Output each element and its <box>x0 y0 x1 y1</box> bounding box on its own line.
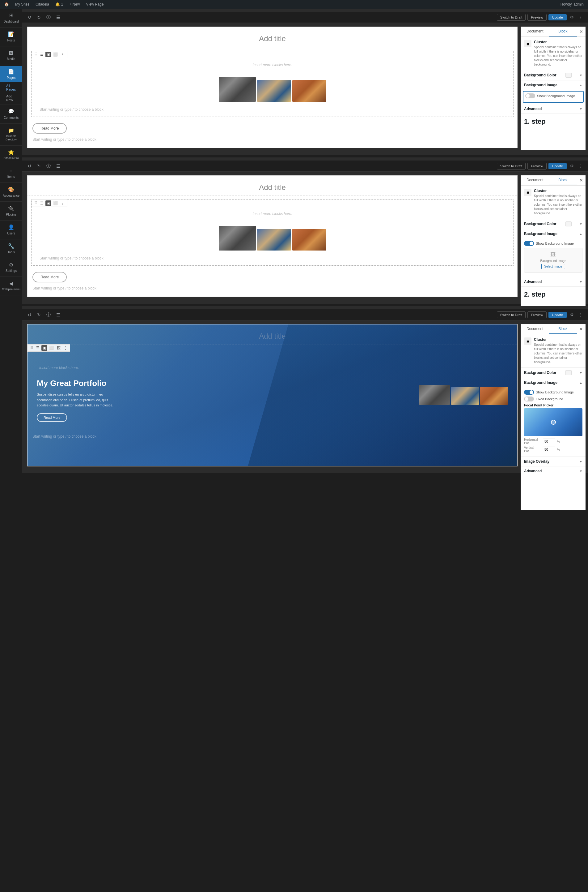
panel-close-2[interactable]: ✕ <box>577 175 585 185</box>
view-page-link[interactable]: View Page <box>84 2 105 7</box>
list-view-btn-3[interactable]: ☰ <box>54 311 62 319</box>
settings-gear-btn-3[interactable]: ⚙ <box>568 311 575 318</box>
drag-btn-3[interactable]: ⠿ <box>29 345 34 351</box>
sidebar-item-tools[interactable]: 🔧 Tools <box>0 241 22 257</box>
preview-btn-1[interactable]: Preview <box>528 14 546 21</box>
block-container-2[interactable]: ⠿ ☰ ▣ ⬜ ⋮ Insert more blocks here. <box>31 200 513 266</box>
switch-draft-btn-3[interactable]: Switch to Draft <box>497 311 526 318</box>
sidebar-item-citadela-directory[interactable]: 📁 Citadela Directory <box>0 125 22 144</box>
sidebar-item-settings[interactable]: ⚙ Settings <box>0 260 22 275</box>
bg-image-picker-2[interactable]: 🖼 Background Image Select Image <box>524 248 582 272</box>
site-name-link[interactable]: Citadela <box>34 2 51 7</box>
sidebar-item-collapse[interactable]: ◀ Collapse menu <box>0 278 22 293</box>
list-btn-1[interactable]: ☰ <box>39 52 45 57</box>
block-container-1[interactable]: ⠿ ☰ ▣ ⬜ ⋮ Insert more blocks here. <box>31 51 513 117</box>
my-sites-link[interactable]: My Sites <box>13 2 31 7</box>
read-more-btn-1[interactable]: Read More <box>33 123 67 134</box>
color-preview-3[interactable] <box>566 370 572 375</box>
select-image-btn-2[interactable]: Select Image <box>542 264 565 269</box>
info-btn-2[interactable]: ⓘ <box>45 162 52 170</box>
bg-color-header-3[interactable]: Background Color ▼ <box>521 368 585 378</box>
sidebar-item-plugins[interactable]: 🔌 Plugins <box>0 203 22 219</box>
panel-tab-block-2[interactable]: Block <box>549 175 577 185</box>
info-btn-1[interactable]: ⓘ <box>45 13 52 21</box>
list-view-btn-2[interactable]: ☰ <box>54 162 62 170</box>
wp-logo[interactable]: 🏠 <box>3 2 11 7</box>
switch-draft-btn-1[interactable]: Switch to Draft <box>497 14 526 21</box>
update-btn-2[interactable]: Update <box>549 163 567 169</box>
sidebar-subitem-all-pages[interactable]: All Pages <box>0 82 22 93</box>
vertical-pos-input-3[interactable] <box>543 447 555 452</box>
sidebar-item-items[interactable]: ≡ Items <box>0 165 22 182</box>
align-btn-2[interactable]: ⬜ <box>52 200 59 206</box>
sidebar-item-appearance[interactable]: 🎨 Appearance <box>0 184 22 200</box>
cluster-btn-3[interactable]: ▣ <box>41 345 47 351</box>
fixed-bg-toggle-3[interactable] <box>524 397 534 402</box>
panel-close-3[interactable]: ✕ <box>577 324 585 334</box>
more-options-btn-2[interactable]: ⋮ <box>577 162 584 170</box>
update-btn-3[interactable]: Update <box>549 312 567 318</box>
more-btn-1[interactable]: ⋮ <box>60 52 66 57</box>
undo-btn-3[interactable]: ↺ <box>26 311 33 319</box>
sidebar-item-dashboard[interactable]: ⊞ Dashboard <box>0 10 22 26</box>
focal-point-dot-3[interactable] <box>551 420 556 425</box>
focal-point-preview-3[interactable] <box>524 408 582 436</box>
preview-btn-3[interactable]: Preview <box>528 311 546 318</box>
preview-btn-2[interactable]: Preview <box>528 163 546 170</box>
switch-draft-btn-2[interactable]: Switch to Draft <box>497 163 526 170</box>
more-btn-2[interactable]: ⋮ <box>60 200 66 206</box>
show-bg-toggle-2[interactable] <box>524 241 534 246</box>
panel-tab-document-3[interactable]: Document <box>521 324 549 334</box>
panel-tab-block-1[interactable]: Block <box>549 27 577 36</box>
cluster-btn-2[interactable]: ▣ <box>45 200 51 206</box>
show-bg-toggle-1[interactable] <box>525 93 535 98</box>
color-preview-1[interactable] <box>566 73 572 78</box>
redo-btn-3[interactable]: ↻ <box>35 311 43 319</box>
drag-btn-1[interactable]: ⠿ <box>33 52 38 57</box>
undo-btn-1[interactable]: ↺ <box>26 14 33 21</box>
sidebar-item-comments[interactable]: 💬 Comments <box>0 106 22 122</box>
sidebar-item-media[interactable]: 🖼 Media <box>0 48 22 64</box>
read-more-btn-2[interactable]: Read More <box>33 272 67 282</box>
page-title-2[interactable]: Add title <box>27 176 517 196</box>
advanced-header-1[interactable]: Advanced ▼ <box>521 104 585 113</box>
sidebar-item-users[interactable]: 👤 Users <box>0 222 22 238</box>
align-btn-3[interactable]: ⬜ <box>48 345 55 351</box>
sidebar-item-citadela-pro[interactable]: ⭐ Citadela Pro <box>0 147 22 162</box>
sidebar-item-posts[interactable]: 📝 Posts <box>0 29 22 45</box>
bg-color-header-2[interactable]: Background Color ▼ <box>521 219 585 229</box>
list-view-btn-1[interactable]: ☰ <box>54 14 62 21</box>
panel-tab-document-2[interactable]: Document <box>521 175 549 185</box>
undo-btn-2[interactable]: ↺ <box>26 162 33 170</box>
panel-close-1[interactable]: ✕ <box>577 27 585 36</box>
settings-gear-btn-2[interactable]: ⚙ <box>568 162 575 170</box>
cluster-btn-1[interactable]: ▣ <box>45 52 51 57</box>
image-overlay-header-3[interactable]: Image Overlay ▼ <box>521 457 585 466</box>
horizontal-pos-input-3[interactable] <box>543 439 555 444</box>
sidebar-item-pages[interactable]: 📄 Pages <box>0 66 22 82</box>
hero-title-3[interactable]: My Great Portfolio <box>37 379 414 388</box>
updates-link[interactable]: 🔔 1 <box>54 2 65 7</box>
align-btn-1[interactable]: ⬜ <box>52 52 59 57</box>
more-options-btn-3[interactable]: ⋮ <box>577 311 584 318</box>
bg-color-header-1[interactable]: Background Color ▼ <box>521 70 585 80</box>
bg-image-header-2[interactable]: Background Image ▲ <box>521 229 585 238</box>
redo-btn-1[interactable]: ↻ <box>35 14 43 21</box>
list-btn-3[interactable]: ☰ <box>35 345 41 351</box>
new-content-link[interactable]: + New <box>68 2 82 7</box>
advanced-header-2[interactable]: Advanced ▼ <box>521 277 585 286</box>
sidebar-subitem-add-new[interactable]: Add New <box>0 93 22 103</box>
image-btn-3[interactable]: 🖼 <box>56 345 62 351</box>
update-btn-1[interactable]: Update <box>549 14 567 20</box>
bg-image-header-3[interactable]: Background Image ▲ <box>521 378 585 387</box>
advanced-header-3[interactable]: Advanced ▼ <box>521 466 585 476</box>
info-btn-3[interactable]: ⓘ <box>45 311 52 319</box>
more-options-btn-1[interactable]: ⋮ <box>577 14 584 21</box>
bg-image-header-1[interactable]: Background Image ▲ <box>521 80 585 90</box>
color-preview-2[interactable] <box>566 221 572 226</box>
more-btn-3[interactable]: ⋮ <box>62 345 69 351</box>
read-more-btn-3[interactable]: Read More <box>37 413 67 422</box>
show-bg-toggle-3[interactable] <box>524 390 534 395</box>
panel-tab-document-1[interactable]: Document <box>521 27 549 36</box>
page-title-1[interactable]: Add title <box>27 27 517 47</box>
